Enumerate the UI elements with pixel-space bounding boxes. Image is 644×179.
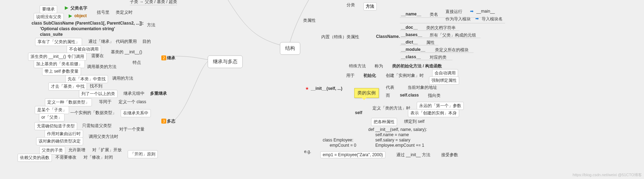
node-bind-self: 绑定到 self: [404, 119, 424, 125]
node-list-multi[interactable]: 列了一个以上的类: [79, 90, 118, 98]
node-inherit[interactable]: 继承: [167, 55, 175, 61]
node-bracket: 括号里: [97, 9, 109, 15]
node-first-arg[interactable]: 永远的「第一个」参数: [417, 102, 464, 110]
num-badge: 3: [161, 119, 166, 124]
node-rely-parent[interactable]: 依赖父类的函数: [18, 154, 52, 162]
node-builtin-attr: 内置（特殊）类属性: [321, 34, 359, 40]
node-accept-args: 接受参数: [441, 152, 458, 158]
node-class: __class__: [401, 54, 421, 59]
node-then-base[interactable]: 才去「基类」中找: [48, 82, 87, 91]
node-add-prefix[interactable]: 加上基类的「类名前缀」: [34, 60, 85, 68]
node-runtime[interactable]: 作用对象由运行时: [45, 130, 83, 138]
node-module: __module__: [401, 47, 425, 52]
node-call-base: 调用基类的方法: [87, 64, 116, 70]
node-bases-desc: 所有「父类」构成的元组: [430, 32, 476, 38]
node-init-sig[interactable]: __init__(self, ...): [311, 86, 342, 91]
code-a: class Employee: empCount = 0: [323, 138, 356, 148]
node-name: __name__: [401, 12, 421, 16]
node-define-type[interactable]: 定义一种「数据类型」: [45, 98, 92, 106]
flag-icon: ▶: [69, 13, 72, 18]
node-point-class: 指向类: [428, 93, 441, 99]
node-no-mod: 不需要修改: [55, 154, 76, 160]
node-via-inh: 通过「继承」: [88, 39, 114, 45]
node-bases: __bases__: [401, 32, 422, 37]
node-method-r[interactable]: 方法: [363, 2, 377, 11]
node-has-attr[interactable]: 享有了「父类的属性」: [35, 38, 82, 46]
node-sub-of-parent[interactable]: 父类的子类: [39, 146, 65, 154]
node-parent-name[interactable]: 父类名字: [71, 5, 87, 11]
node-in-tuple: 继承元组中: [123, 91, 145, 97]
node-addr: 当前对象的地址: [408, 85, 437, 91]
node-method: 方法: [147, 22, 155, 28]
node-multi-inh[interactable]: 多重继承: [150, 91, 167, 97]
node-define-method: 定义「类的方法」时: [373, 105, 410, 111]
watermark: https://blog.csdn.net/weixi @51CTO博客: [573, 172, 642, 178]
arrow-icon: ➡: [475, 16, 479, 21]
node-dict-desc: 属性: [426, 40, 435, 46]
node-name-desc: 类名: [430, 12, 438, 18]
code-block: class SubClassName (ParentClass1[, Paren…: [32, 20, 143, 37]
node-define-class: 定义一个 class: [119, 99, 146, 105]
node-need-inherit[interactable]: 要继承: [40, 5, 57, 13]
node-category: 分类: [347, 2, 355, 8]
node-autocall[interactable]: 会自动调用: [432, 69, 458, 77]
arrow-icon: ➡: [470, 9, 474, 14]
node-import-name: 导入模块名: [482, 16, 503, 22]
node-in-inh-rel[interactable]: 在继承关系中: [121, 109, 151, 117]
node-call-method: 调用的方法: [112, 75, 133, 81]
node-represent: 代表: [386, 85, 394, 91]
node-partial-top: 子类 → 父类 / 基类 / 超类: [130, 0, 177, 5]
node-allow-add: 允许新增: [68, 147, 85, 153]
node-doc-desc: 类的文档字符串: [426, 25, 456, 31]
node-create-inst: 创建「实例对象」时: [386, 73, 424, 79]
label: 继承与多态: [213, 59, 237, 64]
node-force-bind[interactable]: 强制绑定属性: [429, 77, 459, 85]
node-not-autocall[interactable]: 不会被自动调用: [67, 45, 101, 53]
node-is-sub[interactable]: 是某个「子类」: [35, 106, 69, 114]
node-notfound: 找不到: [90, 83, 102, 89]
node-class-desc: 对应的类: [430, 54, 447, 60]
node-or-parent[interactable]: or「父类」: [39, 113, 65, 121]
node-code-reuse: 代码的重用: [116, 39, 137, 45]
mindmap-canvas[interactable]: 继承与多态 结构 子类 → 父类 / 基类 / 超类 要继承 ▶ 父类名字 说明…: [0, 0, 644, 179]
node-with-self[interactable]: 带上 self 参数变量: [42, 67, 81, 75]
node-exact-type[interactable]: 该对象的确切类型决定: [36, 137, 83, 145]
node-feature: 特点: [133, 60, 141, 66]
node-no-need-sub[interactable]: 无需确切知道子类型: [34, 122, 77, 130]
node-while: 而: [386, 93, 390, 99]
node-mod-close: 对「修改」封闭: [83, 154, 113, 160]
node-used-for: 用于: [346, 73, 355, 79]
node-one-inst-type: 一个实例的「数据类型」: [70, 110, 116, 116]
node-selfclass: self.class: [400, 93, 419, 98]
node-main: __main__: [476, 9, 495, 14]
node-indicate-inst[interactable]: 表示「创建的实例」本身: [408, 109, 459, 117]
label: 结构: [285, 45, 295, 51]
node-ext-open: 对「扩展」开放: [92, 147, 122, 153]
node-structure[interactable]: 结构: [280, 42, 300, 55]
node-classdeftime: 类定义时: [116, 9, 133, 15]
node-equiv: 等同于: [99, 99, 112, 105]
node-init-method[interactable]: 类的初始化方法 / 构造函数: [392, 63, 442, 69]
node-inherit-poly[interactable]: 继承与多态: [208, 55, 243, 68]
node-open-close[interactable]: 「开闭」原则: [128, 150, 158, 158]
node-initialize[interactable]: 初始化: [363, 73, 376, 79]
node-direct-run: 直接运行: [445, 9, 462, 15]
node-purpose: 目的: [142, 39, 151, 45]
node-for-one-var: 对于一个变量: [119, 126, 145, 132]
node-first-self[interactable]: 先在「本类」中查找: [65, 75, 108, 83]
node-via-init: 通过 __init__ 方法: [396, 152, 430, 158]
node-derived-init[interactable]: 派生类的 __init__() 专门调用: [28, 53, 87, 61]
node-called: 称为: [375, 63, 383, 69]
node-need-in: 需要在: [91, 53, 104, 59]
node-bind-attrs[interactable]: 把各种属性: [371, 118, 397, 126]
node-emp1[interactable]: emp1 = Employee("Zara", 2000): [320, 151, 385, 158]
node-class-attr: 类属性: [303, 18, 316, 24]
code-b: def __init__(self, name, salary): self.n…: [368, 127, 427, 148]
node-self[interactable]: self: [355, 110, 362, 115]
node-poly[interactable]: 多态: [167, 118, 175, 124]
node-no-parent[interactable]: 说明没有父类: [34, 13, 64, 21]
node-object[interactable]: object: [74, 13, 87, 18]
node-eg: e.g.: [304, 149, 311, 154]
node-call-parent-m: 调用父类方法时: [89, 134, 118, 140]
tooltip-instance: 类的实例: [354, 88, 379, 98]
